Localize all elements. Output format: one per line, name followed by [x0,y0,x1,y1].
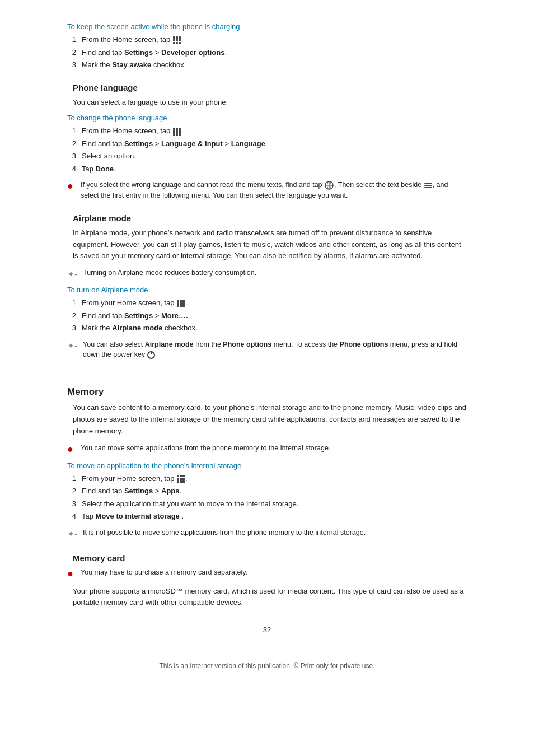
page-footer: This is an Internet version of this publ… [67,662,467,670]
grid-icon [173,36,181,44]
tip-airplane-text: Turning on Airplane mode reduces battery… [83,268,256,278]
memory-card-section: Memory card ● You may have to purchase a… [67,553,467,609]
tip-move-app-text: It is not possible to move some applicat… [83,528,366,538]
note-memory-card: ● You may have to purchase a memory card… [67,567,467,581]
step-item: 2 Find and tap Settings > Language & inp… [67,138,467,150]
tip-move-app: ✦‑ It is not possible to move some appli… [67,528,467,541]
note-memory-text: You can move some applications from the … [81,443,330,454]
phone-language-body: You can select a language to use in your… [67,97,467,109]
step-item: 1 From the Home screen, tap . [67,125,467,137]
link-move-app: To move an application to the phone’s in… [67,461,467,470]
step-item: 3 Mark the Stay awake checkbox. [67,59,467,71]
airplane-mode-body: In Airplane mode, your phone’s network a… [67,227,467,262]
link-turn-on-airplane: To turn on Airplane mode [67,286,467,294]
tip-airplane-options-text: You can also select Airplane mode from t… [83,339,467,361]
tip-airplane-options: ✦‑ You can also select Airplane mode fro… [67,339,467,361]
step-item: 1 From your Home screen, tap . [67,297,467,309]
grid-icon [177,300,185,307]
step-item: 3 Select an option. [67,151,467,162]
step-item: 1 From your Home screen, tap . [67,473,467,484]
top-section: To keep the screen active while the phon… [67,22,467,71]
tip-airplane-battery: ✦‑ Turning on Airplane mode reduces batt… [67,268,467,281]
link-keep-screen: To keep the screen active while the phon… [67,22,467,31]
sun-icon: ✦‑ [67,268,78,281]
memory-body: You can save content to a memory card, t… [67,402,467,437]
note-language: ● If you select the wrong language and c… [67,180,467,201]
memory-card-body: Your phone supports a microSD™ memory ca… [67,586,467,609]
link-change-language: To change the phone language [67,114,467,122]
step-item: 2 Find and tap Settings > More…. [67,310,467,321]
exclamation-icon-2: ● [67,442,76,457]
grid-icon-3 [177,475,185,483]
airplane-mode-section: Airplane mode In Airplane mode, your pho… [67,213,467,360]
exclamation-icon-3: ● [67,566,76,581]
step-item: 4 Tap Move to internal storage . [67,511,467,522]
exclamation-icon: ● [67,179,76,194]
sun-icon-3: ✦‑ [67,528,78,541]
steps-change-language: 1 From the Home screen, tap . 2 Find and… [67,125,467,174]
page-number: 32 [67,626,467,634]
step-item: 4 Tap Done. [67,164,467,175]
memory-heading: Memory [67,376,467,398]
sun-icon-2: ✦‑ [67,339,78,353]
phone-language-section: Phone language You can select a language… [67,83,467,201]
step-item: 1 From the Home screen, tap . [67,34,467,45]
power-key-icon [147,351,155,359]
memory-section: Memory You can save content to a memory … [67,376,467,540]
grid-icon [173,128,181,136]
note-memory-card-text: You may have to purchase a memory card s… [81,567,247,578]
note-language-text: If you select the wrong language and can… [81,180,467,201]
phone-language-heading: Phone language [67,83,467,92]
steps-keep-screen: 1 From the Home screen, tap . 2 Find and… [67,34,467,71]
step-item: 3 Mark the Airplane mode checkbox. [67,323,467,334]
page-content: To keep the screen active while the phon… [67,22,467,670]
step-item: 2 Find and tap Settings > Apps. [67,486,467,497]
airplane-mode-heading: Airplane mode [67,213,467,223]
globe-icon [324,180,334,190]
hamburger-icon [424,183,432,188]
steps-move-app: 1 From your Home screen, tap . 2 Find an… [67,473,467,522]
memory-card-heading: Memory card [67,553,467,563]
note-memory: ● You can move some applications from th… [67,443,467,457]
steps-airplane: 1 From your Home screen, tap . 2 Find an… [67,297,467,334]
step-item: 2 Find and tap Settings > Developer opti… [67,47,467,58]
step-item: 3 Select the application that you want t… [67,498,467,510]
